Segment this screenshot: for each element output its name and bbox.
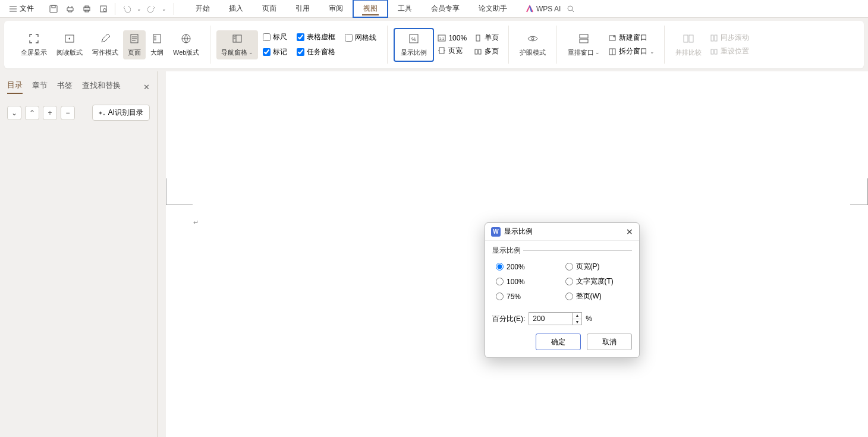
page-width-icon: [438, 46, 446, 55]
radio-page-width-label: 页宽(P): [576, 262, 600, 272]
spinner-down[interactable]: ▼: [573, 319, 581, 325]
tab-reference[interactable]: 引用: [286, 1, 319, 17]
redo-dropdown[interactable]: ⌄: [162, 6, 166, 12]
fullscreen-button[interactable]: 全屏显示: [16, 30, 52, 59]
zoom-radio-grid: 200% 页宽(P) 100% 文字宽度(T) 75% 整页(W): [492, 259, 632, 307]
spinner-arrows: ▲ ▼: [572, 313, 581, 325]
cancel-button[interactable]: 取消: [587, 334, 632, 350]
percent-input[interactable]: [529, 313, 572, 325]
search-icon[interactable]: [567, 5, 575, 13]
svg-point-6: [103, 8, 106, 11]
hundred-label: 100%: [448, 34, 467, 42]
ruler-checkbox[interactable]: 标尺: [263, 32, 287, 42]
print-icon-small[interactable]: [66, 5, 74, 13]
sidebar-tab-toc[interactable]: 目录: [7, 80, 23, 94]
table-frame-checkbox[interactable]: 表格虚框: [297, 32, 335, 42]
spinner-up[interactable]: ▲: [573, 313, 581, 319]
radio-200[interactable]: 200%: [496, 262, 559, 272]
tab-view[interactable]: 视图: [353, 0, 388, 18]
nav-pane-button[interactable]: 导航窗格⌄: [216, 30, 258, 59]
reset-position-button: 重设位置: [710, 46, 749, 56]
gridlines-checkbox[interactable]: 网格线: [345, 33, 376, 43]
eye-care-button[interactable]: 护眼模式: [515, 30, 551, 59]
gridlines-col: 网格线: [340, 33, 381, 57]
page-view-button[interactable]: 页面: [123, 30, 146, 59]
tab-start[interactable]: 开始: [186, 1, 219, 17]
add-button[interactable]: +: [43, 106, 57, 120]
web-label: Web版式: [173, 48, 199, 57]
ok-button[interactable]: 确定: [536, 334, 581, 350]
app-badge-icon: W: [491, 227, 501, 237]
single-page-label: 单页: [485, 33, 499, 43]
redo-icon[interactable]: [147, 5, 156, 13]
wps-ai-icon: [526, 5, 534, 13]
zoom-button[interactable]: % 显示比例: [394, 28, 434, 62]
outline-label: 大纲: [150, 48, 163, 57]
task-pane-checkbox[interactable]: 任务窗格: [297, 47, 335, 57]
new-window-button[interactable]: 新建窗口: [608, 33, 655, 43]
sidebar-tab-find[interactable]: 查找和替换: [82, 80, 121, 93]
remove-button[interactable]: −: [61, 106, 75, 120]
writing-label: 写作模式: [92, 48, 118, 57]
page-width-button[interactable]: 页宽: [438, 46, 467, 56]
preview-icon[interactable]: [99, 5, 108, 13]
split-window-label: 拆分窗口: [619, 46, 647, 56]
tab-thesis[interactable]: 论文助手: [469, 1, 517, 17]
multi-page-button[interactable]: 多页: [474, 46, 499, 56]
svg-rect-29: [715, 35, 717, 41]
multi-page-icon: [474, 48, 482, 56]
dialog-close-button[interactable]: ✕: [626, 227, 633, 237]
zoom-label: 显示比例: [401, 48, 427, 57]
web-view-button[interactable]: Web版式: [168, 30, 204, 59]
file-menu[interactable]: 文件: [6, 4, 37, 14]
writing-mode-button[interactable]: 写作模式: [87, 30, 123, 59]
percent-label: 百分比(E):: [492, 314, 525, 324]
sidebar-tab-bookmark[interactable]: 书签: [57, 80, 73, 93]
svg-rect-20: [479, 49, 481, 54]
split-window-button[interactable]: 拆分窗口⌄: [608, 46, 655, 56]
marks-checkbox[interactable]: 标记: [263, 47, 287, 57]
sidebar-tab-chapter[interactable]: 章节: [32, 80, 48, 93]
sidebar-close-button[interactable]: ✕: [143, 83, 150, 92]
radio-200-label: 200%: [507, 263, 525, 271]
reading-mode-button[interactable]: 阅读版式: [52, 30, 87, 59]
svg-rect-23: [580, 39, 588, 43]
outline-button[interactable]: 大纲: [146, 30, 168, 59]
radio-text-width-label: 文字宽度(T): [576, 276, 614, 287]
collapse-up-button[interactable]: ⌃: [25, 106, 39, 120]
ruler-label: 标尺: [273, 32, 287, 42]
expand-down-button[interactable]: ⌄: [7, 106, 21, 120]
split-dropdown-icon: ⌄: [650, 49, 655, 55]
undo-dropdown[interactable]: ⌄: [137, 6, 141, 12]
dialog-title-label: 显示比例: [504, 227, 533, 237]
arrange-windows-button[interactable]: 重排窗口⌄: [563, 30, 605, 59]
radio-75[interactable]: 75%: [496, 291, 559, 301]
section-divider: [523, 250, 632, 251]
fullscreen-label: 全屏显示: [21, 48, 47, 57]
menu-right: WPS AI: [526, 5, 575, 13]
page-margin-corner-right: [850, 178, 868, 205]
tab-tools[interactable]: 工具: [388, 1, 422, 17]
tab-member[interactable]: 会员专享: [422, 1, 469, 17]
wps-ai-button[interactable]: WPS AI: [526, 5, 561, 13]
tab-insert[interactable]: 插入: [219, 1, 253, 17]
tab-review[interactable]: 审阅: [319, 1, 353, 17]
radio-text-width[interactable]: 文字宽度(T): [565, 276, 629, 287]
radio-page-width[interactable]: 页宽(P): [565, 262, 629, 272]
print-icon[interactable]: [83, 5, 91, 13]
task-pane-label: 任务窗格: [307, 47, 335, 57]
percent-icon: %: [408, 33, 420, 45]
radio-whole-page[interactable]: 整页(W): [565, 291, 629, 301]
save-icon[interactable]: [49, 5, 58, 13]
percent-spinner[interactable]: ▲ ▼: [529, 312, 582, 325]
hundred-percent-button[interactable]: 1:1100%: [438, 34, 467, 42]
arrange-icon: [578, 33, 590, 45]
radio-100[interactable]: 100%: [496, 276, 559, 287]
new-window-icon: [608, 34, 617, 42]
page-margin-corner-left: [166, 178, 193, 205]
undo-icon[interactable]: [122, 5, 131, 13]
tab-page[interactable]: 页面: [253, 1, 286, 17]
single-page-button[interactable]: 单页: [474, 33, 499, 43]
ai-toc-button[interactable]: AI识别目录: [92, 105, 150, 121]
side-by-side-icon: [683, 33, 694, 45]
